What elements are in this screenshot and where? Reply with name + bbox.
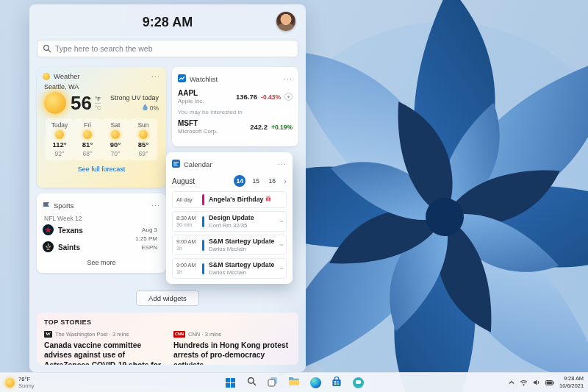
forecast-row: Today 112° 92° Fri 81° 68° Sat 90 (43, 117, 160, 160)
taskbar-weather-sun-icon (5, 378, 15, 388)
forecast-day[interactable]: Fri 81° 68° (74, 118, 101, 160)
file-explorer-button[interactable] (287, 375, 301, 390)
calendar-event[interactable]: 9:00 AM 1h S&M Startegy Update Darius Mc… (172, 235, 287, 255)
event-duration: 30 min (176, 221, 201, 228)
sun-icon (55, 130, 64, 139)
forecast-high: 112° (52, 140, 66, 149)
team-row-saints: Saints (43, 241, 83, 254)
start-button[interactable] (223, 375, 237, 390)
calendar-widget[interactable]: Calendar ··· August 14 15 16 › All (166, 152, 293, 284)
unit-fahrenheit-toggle[interactable]: °F (95, 96, 101, 102)
microsoft-store-button[interactable] (329, 375, 344, 390)
stock-row-msft[interactable]: MSFT Microsoft Corp. 242.2 +0.19% (178, 119, 293, 135)
taskbar-weather-temp: 78°F (18, 376, 35, 382)
event-color-bar (202, 216, 204, 227)
forecast-day[interactable]: Sun 85° 69° (129, 118, 157, 160)
date-pill-selected[interactable]: 14 (234, 175, 245, 187)
event-color-bar (202, 263, 204, 274)
taskbar-weather-button[interactable]: 78°F Sunny (5, 376, 35, 390)
top-stories-heading: TOP STORIES (44, 318, 291, 326)
game-network: ESPN (135, 243, 157, 252)
widgets-column-left: Weather ··· Seattle, WA 56 °F °C Strong … (37, 67, 166, 284)
event-expand-chevron-icon[interactable]: › (277, 243, 284, 246)
event-color-bar (202, 194, 204, 205)
event-expand-chevron-icon[interactable]: › (277, 220, 284, 222)
forecast-day-label: Sat (111, 121, 121, 129)
droplet-icon (143, 104, 148, 112)
taskbar-weather-condition: Sunny (18, 382, 35, 389)
forecast-day[interactable]: Sat 90° 70° (101, 118, 129, 160)
taskbar-app-icons (223, 375, 365, 390)
add-widgets-button[interactable]: Add widgets (136, 291, 199, 306)
teams-chat-button[interactable] (351, 375, 365, 390)
unit-celsius-toggle[interactable]: °C (95, 103, 101, 111)
see-more-link[interactable]: See more (43, 259, 160, 266)
tray-chevron-up-icon[interactable] (509, 380, 514, 385)
watchlist-more-button[interactable]: ··· (284, 76, 293, 81)
news-article[interactable]: CNN CNN · 3 mins Hundreds in Hong Kong p… (173, 331, 291, 365)
event-expand-chevron-icon[interactable]: › (277, 267, 284, 269)
calendar-event[interactable]: 8:30 AM 30 min Design Update Conf Rm 32/… (172, 211, 287, 232)
weather-widget[interactable]: Weather ··· Seattle, WA 56 °F °C Strong … (37, 67, 166, 188)
forecast-day[interactable]: Today 112° 92° (46, 118, 74, 160)
sun-icon (83, 130, 92, 139)
weather-more-button[interactable]: ··· (151, 74, 160, 79)
tray-clock[interactable]: 9:28 AM 10/6/2021 (559, 375, 584, 390)
battery-icon[interactable] (545, 380, 554, 385)
calendar-more-button[interactable]: ··· (278, 162, 287, 166)
forecast-day-label: Today (51, 121, 68, 129)
sun-icon (139, 130, 148, 139)
sports-widget-icon (43, 199, 50, 212)
edge-icon (310, 377, 321, 388)
sports-title: Sports (54, 202, 74, 210)
calendar-event[interactable]: All day Angela's Birthday (172, 191, 287, 208)
search-input[interactable] (37, 40, 298, 57)
volume-icon[interactable] (533, 379, 540, 386)
see-full-forecast-link[interactable]: See full forecast (43, 165, 160, 173)
tray-time: 9:28 AM (559, 375, 584, 382)
stock-trend-icon[interactable]: ▾ (284, 93, 293, 101)
forecast-high: 85° (138, 140, 148, 149)
watchlist-widget[interactable]: Watchlist ··· AAPL Apple Inc. 136.76 -0.… (172, 67, 298, 146)
stock-price: 242.2 (250, 123, 268, 131)
system-tray: 9:28 AM 10/6/2021 (509, 375, 584, 390)
stock-price: 136.76 (236, 93, 257, 101)
forecast-low: 68° (83, 150, 93, 157)
network-wifi-icon[interactable] (520, 379, 528, 386)
washington-post-logo-icon: W (44, 331, 52, 337)
watchlist-title: Watchlist (190, 75, 218, 83)
chat-bubble-icon (353, 377, 364, 388)
calendar-event[interactable]: 9:00 AM 1h S&M Startegy Update Darius Mc… (172, 258, 287, 279)
search-bar (37, 40, 298, 57)
sports-widget[interactable]: Sports ··· NFL Week 12 Texans (37, 193, 166, 273)
top-stories-section: TOP STORIES W The Washington Post · 3 mi… (37, 313, 298, 365)
taskbar-search-button[interactable] (244, 375, 259, 390)
stock-change: +0.19% (271, 124, 293, 131)
stock-symbol: AAPL (178, 89, 204, 97)
panel-header: 9:28 AM (37, 12, 298, 32)
calendar-month: August (172, 177, 195, 185)
precipitation-value: 0% (150, 104, 159, 112)
sun-icon (111, 130, 120, 139)
date-pill[interactable]: 15 (250, 175, 262, 187)
news-article[interactable]: W The Washington Post · 3 mins Canada va… (44, 331, 162, 365)
interest-note: You may be interested in (178, 109, 293, 115)
event-time: All day (176, 196, 201, 203)
calendar-next-chevron-icon[interactable]: › (284, 177, 287, 185)
widgets-panel: 9:28 AM Weather ··· Seattle, WA 56 (29, 4, 306, 372)
task-view-button[interactable] (265, 375, 280, 390)
avatar[interactable] (276, 12, 295, 31)
forecast-high: 90° (110, 140, 121, 149)
date-pill[interactable]: 16 (266, 175, 278, 187)
stock-row-aapl[interactable]: AAPL Apple Inc. 136.76 -0.43% ▾ (178, 89, 293, 104)
weather-widget-icon (43, 73, 50, 80)
weather-location: Seattle, WA (44, 83, 160, 90)
edge-button[interactable] (308, 375, 323, 390)
match-row[interactable]: Texans Saints Aug 3 1:25 PM ESPN (43, 224, 160, 254)
taskbar: 78°F Sunny (0, 372, 588, 392)
stock-company: Apple Inc. (178, 98, 204, 104)
calendar-widget-icon (172, 157, 180, 171)
sports-more-button[interactable]: ··· (151, 203, 160, 207)
article-headline: Hundreds in Hong Kong protest arrests of… (173, 341, 291, 365)
calendar-title: Calendar (184, 160, 212, 168)
